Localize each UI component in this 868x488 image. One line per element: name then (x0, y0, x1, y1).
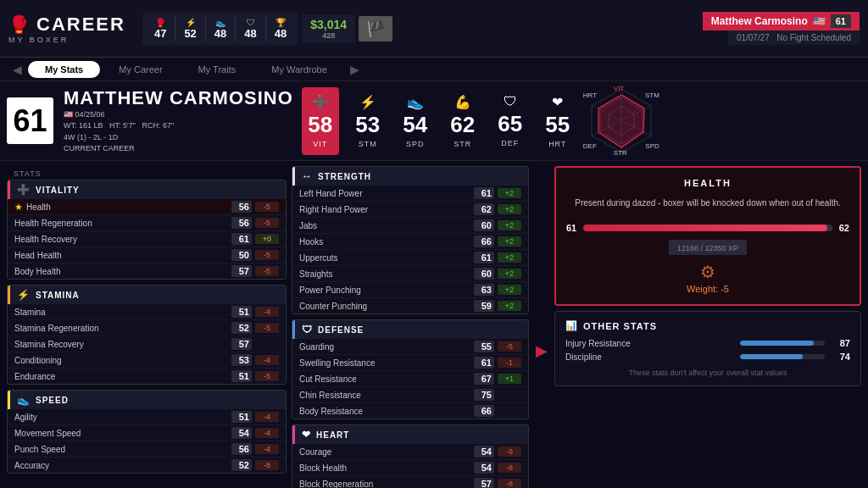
health-regen-row: Health Regeneration 56 -5 (8, 215, 286, 231)
health-next: 62 (839, 223, 849, 233)
radar-chart: VIT STM SPD STR DEF HRT (583, 85, 659, 157)
stat-val-2: 48 (214, 27, 226, 40)
head-health-change: -5 (255, 250, 279, 260)
fight-status-label: No Fight Scheduled (776, 33, 851, 42)
right-arrow[interactable]: ▶ (346, 63, 364, 76)
tab-my-career[interactable]: My Career (102, 61, 179, 78)
stat-box-4: 🏆 48 (270, 16, 292, 42)
tab-my-stats[interactable]: My Stats (28, 61, 100, 78)
boxer-name: MATTHEW CARMOSINO (64, 87, 293, 109)
boxer-info: MATTHEW CARMOSINO 🇺🇸 04/25/06 WT: 161 LB… (64, 87, 293, 155)
spd-val: 54 (403, 112, 427, 138)
stat-pill-spd: 👟 54 SPD (397, 94, 434, 148)
hex-stm: STM (645, 92, 659, 99)
def-icon: 🛡 (504, 94, 517, 109)
spd-icon: 👟 (407, 94, 424, 110)
health-val: 56 (231, 201, 252, 213)
vitality-health-row: ★ Health 56 -5 (8, 199, 286, 215)
stat-val-3: 48 (244, 27, 256, 40)
stat-box-1: ⚡ 52 (179, 16, 201, 42)
stat-icon-1: ⚡ (186, 18, 196, 27)
player-name-top: Matthew Carmosino 🇺🇸 61 (703, 12, 860, 30)
straights-row: Straights 60 +2 (292, 266, 528, 282)
stamina-regen-row: Stamina Regeneration 52 -5 (8, 320, 286, 336)
app-title: CAREER (36, 14, 125, 36)
hex-hrt: HRT (583, 92, 597, 99)
money-box: $3,014 428 (302, 14, 355, 43)
stat-val-0: 47 (154, 27, 166, 40)
body-health-val: 57 (231, 265, 252, 277)
accuracy-row: Accuracy 52 -8 (8, 458, 286, 473)
head-health-val: 50 (231, 249, 252, 261)
conditioning-row: Conditioning 53 -4 (8, 352, 286, 369)
top-bar: 🥊 CAREER MY BOXER 🥊 47 ⚡ 52 👟 48 🛡 48 🏆 … (0, 0, 868, 58)
vit-icon: ➕ (312, 94, 329, 110)
stamina-row: Stamina 51 -4 (8, 304, 286, 320)
stat-pill-str: 💪 62 STR (444, 94, 481, 148)
body-resistance-row: Body Resistance 66 (292, 403, 528, 419)
nav-tabs: ◀ My Stats My Career My Traits My Wardro… (0, 58, 868, 81)
stamina-title: STAMINA (36, 291, 80, 300)
hooks-row: Hooks 66 +2 (292, 234, 528, 250)
hrt-val: 55 (545, 112, 570, 138)
vitality-header: ➕ VITALITY (8, 180, 286, 199)
heart-title: HEART (316, 430, 349, 440)
def-val: 65 (498, 111, 522, 137)
other-stats-note: These stats don't affect your overall st… (565, 369, 850, 377)
boxer-weight: WT: 161 LB (64, 121, 103, 130)
stm-label: STM (359, 140, 377, 148)
stat-pill-def: 🛡 65 DEF (492, 94, 529, 147)
heart-section: ❤ HEART Courage 54 -9 Block Health 54 -8… (292, 424, 529, 488)
health-bar-fill (583, 225, 827, 231)
mid-arrow: ▶ (534, 166, 549, 488)
health-bar-bg (583, 225, 832, 231)
stat-val-4: 48 (275, 27, 287, 40)
stat-icon-2: 👟 (215, 18, 225, 27)
hex-str: STR (614, 149, 627, 157)
date-label: 01/07/27 (737, 33, 770, 42)
middle-column: ↔ STRENGTH Left Hand Power 61 +2 Right H… (292, 166, 529, 488)
country-flag: 🏴 (359, 16, 392, 42)
hex-vit: VIT (614, 85, 624, 92)
fight-status: 01/07/27 No Fight Scheduled (728, 30, 860, 45)
speed-title: SPEED (36, 396, 69, 405)
defense-icon: 🛡 (302, 324, 313, 336)
stat-icon-0: 🥊 (155, 18, 165, 27)
defense-title: DEFENSE (318, 325, 364, 335)
hrt-icon: ❤ (552, 94, 563, 110)
tab-my-wardrobe[interactable]: My Wardrobe (254, 61, 344, 78)
health-panel: HEALTH Present during dazed - boxer will… (554, 166, 861, 306)
player-name-label: Matthew Carmosino (711, 15, 808, 27)
vit-val: 58 (308, 112, 332, 138)
player-flag: 🇺🇸 (813, 15, 826, 27)
head-health-row: Head Health 50 -5 (8, 247, 286, 263)
left-arrow[interactable]: ◀ (8, 63, 26, 76)
heart-header: ❤ HEART (292, 425, 528, 444)
movement-speed-row: Movement Speed 54 -4 (8, 425, 286, 441)
vit-label: VIT (313, 140, 327, 148)
xp-text: 12166 / 12350 XP (677, 244, 738, 252)
app-subtitle: MY BOXER (8, 36, 125, 44)
health-regen-name: Health Regeneration (14, 219, 231, 228)
weight-text: Weight: -5 (566, 284, 849, 294)
boxer-record: 4W (1) - 2L - 1D (64, 133, 118, 141)
spd-label: SPD (406, 140, 425, 148)
stamina-header: ⚡ STAMINA (8, 286, 286, 304)
agility-row: Agility 51 -4 (8, 409, 286, 425)
health-name: Health (26, 202, 231, 212)
tab-my-traits[interactable]: My Traits (181, 61, 253, 78)
chin-resistance-row: Chin Resistance 75 (292, 387, 528, 403)
money-value: $3,014 (310, 18, 347, 31)
strength-section: ↔ STRENGTH Left Hand Power 61 +2 Right H… (292, 166, 529, 314)
health-panel-title: HEALTH (566, 178, 849, 188)
right-column: HEALTH Present during dazed - boxer will… (554, 166, 861, 488)
stat-pill-stm: ⚡ 53 STM (349, 94, 387, 148)
main-content: Stats ➕ VITALITY ★ Health 56 -5 Health R… (0, 161, 868, 488)
strength-header: ↔ STRENGTH (292, 167, 528, 186)
money-sub: 428 (310, 31, 347, 40)
other-stats-title: 📊 OTHER STATS (565, 320, 850, 331)
discipline-bar (740, 354, 803, 359)
stm-icon: ⚡ (359, 94, 376, 110)
vitality-section: ➕ VITALITY ★ Health 56 -5 Health Regener… (7, 180, 287, 280)
stamina-recovery-row: Stamina Recovery 57 (8, 336, 286, 352)
